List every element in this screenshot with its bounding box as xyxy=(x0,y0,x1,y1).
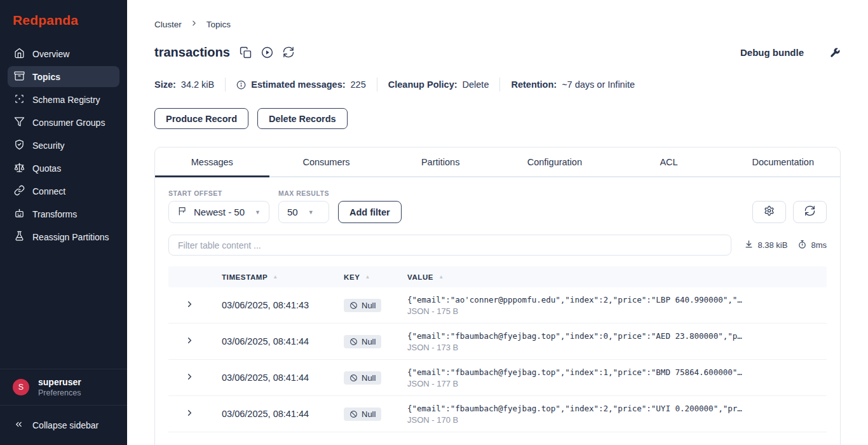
sidebar-item-connect[interactable]: Connect xyxy=(8,181,119,202)
gear-icon xyxy=(764,205,775,219)
expand-row-icon[interactable] xyxy=(185,336,194,347)
tab-partitions[interactable]: Partitions xyxy=(383,147,498,176)
sidebar-bottom: S superuser Preferences Collapse sidebar xyxy=(0,369,127,445)
add-filter-button[interactable]: Add filter xyxy=(338,201,402,223)
value-cell: {"email":"fbaumbach@fyejbag.top","index"… xyxy=(407,404,827,425)
start-offset-select[interactable]: Newest - 50 ▼ xyxy=(168,201,269,223)
sidebar-item-label: Overview xyxy=(32,49,69,59)
sort-icon[interactable]: ▲ xyxy=(365,274,370,280)
elapsed-time-label: 8ms xyxy=(811,240,827,250)
timestamp-cell: 03/06/2025, 08:41:43 xyxy=(222,300,344,310)
stat-label: Size: xyxy=(154,79,176,90)
sidebar-item-label: Transforms xyxy=(32,209,77,219)
messages-card: Messages Consumers Partitions Configurat… xyxy=(154,147,841,445)
user-name: superuser xyxy=(38,376,81,388)
sidebar-item-transforms[interactable]: Transforms xyxy=(8,203,119,224)
sidebar: Redpanda Overview Topics Schema Registry… xyxy=(0,0,127,445)
sidebar-item-label: Topics xyxy=(32,72,60,82)
download-size-label: 8.38 kiB xyxy=(757,240,787,250)
stat-value: 225 xyxy=(351,79,366,90)
max-results-select[interactable]: 50 ▼ xyxy=(278,201,329,223)
timestamp-cell: 03/06/2025, 08:41:44 xyxy=(222,409,344,419)
wrench-icon[interactable] xyxy=(829,47,841,58)
robot-icon xyxy=(14,208,25,221)
divider xyxy=(499,78,500,92)
value-meta: JSON - 175 B xyxy=(407,306,827,316)
caret-down-icon: ▼ xyxy=(308,209,314,216)
avatar: S xyxy=(13,379,29,395)
value-meta: JSON - 173 B xyxy=(407,343,827,352)
divider xyxy=(377,78,377,92)
refresh-icon[interactable] xyxy=(283,46,295,58)
key-column-header[interactable]: KEY▲ xyxy=(344,273,407,281)
message-controls: START OFFSET Newest - 50 ▼ MAX RESULTS 5… xyxy=(168,189,827,223)
value-meta: JSON - 170 B xyxy=(407,415,827,425)
breadcrumb-cluster[interactable]: Cluster xyxy=(154,20,182,29)
sidebar-item-topics[interactable]: Topics xyxy=(8,66,119,87)
null-key-badge: Null xyxy=(344,335,381,348)
stat-estimated-messages: Estimated messages: 225 xyxy=(236,79,366,90)
stopwatch-icon xyxy=(797,240,807,251)
table-row: 03/06/2025, 08:41:44 Null {"email":"fbau… xyxy=(168,396,827,432)
value-column-header[interactable]: VALUE▲ xyxy=(407,273,827,281)
start-offset-value: Newest - 50 xyxy=(194,207,245,217)
value-json: {"email":"fbaumbach@fyejbag.top","index"… xyxy=(407,404,827,413)
breadcrumb-topics[interactable]: Topics xyxy=(207,20,231,29)
timestamp-column-header[interactable]: TIMESTAMP▲ xyxy=(222,273,344,281)
play-circle-icon[interactable] xyxy=(261,46,273,58)
stat-size: Size: 34.2 kiB xyxy=(154,79,214,90)
sidebar-item-quotas[interactable]: Quotas xyxy=(8,158,119,179)
tab-configuration[interactable]: Configuration xyxy=(498,147,612,176)
tab-documentation[interactable]: Documentation xyxy=(726,147,840,176)
topic-stats: Size: 34.2 kiB Estimated messages: 225 C… xyxy=(154,78,841,92)
stat-value: 34.2 kiB xyxy=(181,79,214,90)
null-key-badge: Null xyxy=(344,371,381,385)
tab-messages[interactable]: Messages xyxy=(155,147,269,176)
sidebar-item-security[interactable]: Security xyxy=(8,135,119,156)
stat-retention: Retention: ~7 days or Infinite xyxy=(511,79,635,90)
stat-label: Estimated messages: xyxy=(251,79,345,90)
table-row: 03/06/2025, 08:41:44 Null {"email":"fbau… xyxy=(168,360,827,396)
sidebar-nav: Overview Topics Schema Registry Consumer… xyxy=(0,43,127,247)
sidebar-item-label: Security xyxy=(32,140,65,151)
copy-icon[interactable] xyxy=(240,46,252,58)
delete-records-button[interactable]: Delete Records xyxy=(257,108,348,129)
produce-record-button[interactable]: Produce Record xyxy=(154,108,248,129)
main-content: Cluster Topics transactions Debug bundle… xyxy=(127,0,868,445)
filter-row: 8.38 kiB 8ms xyxy=(168,235,827,256)
tab-consumers[interactable]: Consumers xyxy=(269,147,384,176)
sidebar-item-label: Quotas xyxy=(32,163,61,174)
user-preferences-link[interactable]: Preferences xyxy=(38,388,81,398)
sidebar-item-schema-registry[interactable]: Schema Registry xyxy=(8,89,119,110)
expand-row-icon[interactable] xyxy=(185,300,194,311)
link-icon xyxy=(14,185,25,198)
redpanda-logo: Redpanda xyxy=(0,0,127,43)
sort-icon[interactable]: ▲ xyxy=(273,274,278,280)
expand-row-icon[interactable] xyxy=(185,373,194,383)
home-icon xyxy=(14,48,25,60)
sort-icon[interactable]: ▲ xyxy=(438,274,444,280)
sidebar-item-reassign-partitions[interactable]: Reassign Partitions xyxy=(8,226,119,247)
expand-row-icon[interactable] xyxy=(185,409,194,420)
refresh-messages-button[interactable] xyxy=(793,201,827,223)
filter-table-input[interactable] xyxy=(168,235,731,256)
value-cell: {"email":"ao'conner@pppomfu.edu","index"… xyxy=(407,295,827,316)
breadcrumb: Cluster Topics xyxy=(154,19,841,29)
sidebar-item-consumer-groups[interactable]: Consumer Groups xyxy=(8,112,119,133)
user-profile[interactable]: S superuser Preferences xyxy=(0,369,127,405)
timestamp-cell: 03/06/2025, 08:41:44 xyxy=(222,336,344,346)
debug-bundle-link[interactable]: Debug bundle xyxy=(740,47,804,58)
tab-acl[interactable]: ACL xyxy=(612,147,726,176)
info-icon[interactable] xyxy=(236,80,246,90)
schema-registry-icon xyxy=(14,93,25,106)
value-cell: {"email":"fbaumbach@fyejbag.top","index"… xyxy=(407,367,827,388)
messages-table: TIMESTAMP▲ KEY▲ VALUE▲ 03/06/2025, 08:41… xyxy=(168,266,827,432)
sidebar-item-overview[interactable]: Overview xyxy=(8,43,119,64)
settings-button[interactable] xyxy=(752,201,786,223)
collapse-sidebar-label: Collapse sidebar xyxy=(32,420,98,430)
sidebar-item-label: Reassign Partitions xyxy=(32,232,109,242)
action-buttons: Produce Record Delete Records xyxy=(154,108,841,129)
download-icon[interactable] xyxy=(744,240,754,251)
collapse-sidebar-button[interactable]: Collapse sidebar xyxy=(0,405,127,445)
table-row: 03/06/2025, 08:41:43 Null {"email":"ao'c… xyxy=(168,287,827,324)
